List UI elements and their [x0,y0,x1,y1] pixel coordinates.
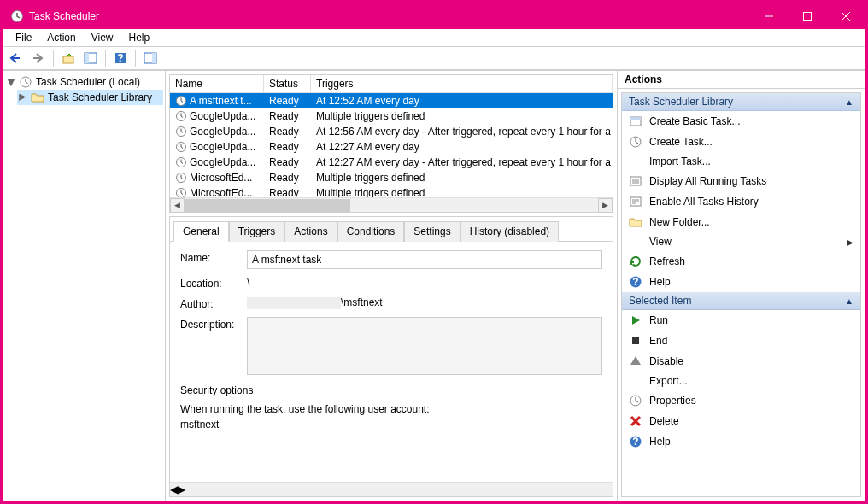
tab-conditions[interactable]: Conditions [337,221,405,242]
collapse-icon[interactable]: ▲ [845,97,853,107]
action-export[interactable]: Export... [622,372,860,390]
tab-history[interactable]: History (disabled) [460,221,559,242]
detail-horizontal-scrollbar[interactable]: ◀ ▶ [170,482,613,496]
actions-title: Actions [618,71,865,89]
action-import-task[interactable]: Import Task... [622,152,860,171]
security-text: When running the task, use the following… [180,403,602,415]
svg-text:?: ? [632,276,638,288]
actions-section-selected[interactable]: Selected Item ▲ [622,292,860,310]
tab-settings[interactable]: Settings [404,221,460,242]
task-row[interactable]: GoogleUpda...ReadyAt 12:56 AM every day … [170,124,613,139]
task-triggers: At 12:56 AM every day - After triggered,… [311,126,613,138]
task-row[interactable]: GoogleUpda...ReadyAt 12:27 AM every day … [170,155,613,170]
action-run[interactable]: Run [622,310,860,331]
scroll-left-icon[interactable]: ◀ [170,198,185,213]
clock-icon [175,156,187,168]
close-button[interactable] [826,3,865,29]
tree-library[interactable]: ⯈ Task Scheduler Library [17,90,163,105]
horizontal-scrollbar[interactable]: ◀ ▶ [170,197,613,212]
task-triggers: At 12:27 AM every day - After triggered,… [311,156,613,168]
titlebar: Task Scheduler [3,3,865,29]
action-display-all-running-tasks[interactable]: Display All Running Tasks [622,171,860,191]
expand-icon[interactable]: ⯆ [7,78,15,87]
tab-body-general: Name: Location: \ Author: \msftnext Desc… [170,242,613,482]
scroll-right-icon[interactable]: ▶ [598,198,613,213]
name-label: Name: [180,250,247,264]
collapse-icon[interactable]: ▲ [845,296,853,306]
action-enable-all-tasks-history[interactable]: Enable All Tasks History [622,191,860,212]
tree-library-label: Task Scheduler Library [48,91,152,103]
action-label: Help [649,276,671,288]
body-area: ⯆ Task Scheduler (Local) ⯈ Task Schedule… [3,70,865,501]
task-list-header: Name Status Triggers [170,75,613,93]
action-label: Display All Running Tasks [649,175,766,187]
action-end[interactable]: End [622,331,860,351]
tab-general[interactable]: General [173,221,229,242]
clock-icon [175,187,187,197]
action-help[interactable]: ?Help [622,431,860,452]
action-view[interactable]: View▶ [622,232,860,251]
minimize-button[interactable] [749,3,788,29]
action-refresh[interactable]: Refresh [622,251,860,272]
action-disable[interactable]: Disable [622,351,860,372]
task-row[interactable]: MicrosoftEd...ReadyMultiple triggers def… [170,185,613,197]
task-row[interactable]: GoogleUpda...ReadyMultiple triggers defi… [170,108,613,124]
menu-help[interactable]: Help [122,30,157,45]
action-label: Properties [649,395,696,407]
task-name: A msftnext t... [190,95,252,107]
action-label: Help [649,436,671,448]
action-icon [629,114,642,128]
task-triggers: Multiple triggers defined [311,172,613,184]
menu-view[interactable]: View [85,30,120,45]
tab-actions[interactable]: Actions [284,221,337,242]
action-help[interactable]: ?Help [622,272,860,292]
task-status: Ready [264,95,311,107]
svg-rect-4 [85,53,89,63]
action-properties[interactable]: Properties [622,390,860,411]
menu-file[interactable]: File [9,30,38,45]
task-row[interactable]: GoogleUpda...ReadyAt 12:27 AM every day [170,139,613,155]
svg-text:?: ? [632,436,638,448]
col-triggers[interactable]: Triggers [311,75,613,92]
task-name: MicrosoftEd... [190,187,252,197]
action-label: New Folder... [649,216,710,228]
tree-root[interactable]: ⯆ Task Scheduler (Local) [5,74,163,90]
show-hide-tree-button[interactable] [81,49,100,67]
up-button[interactable] [59,49,78,67]
menu-action[interactable]: Action [40,30,82,45]
action-create-basic-task[interactable]: Create Basic Task... [622,111,860,132]
help-button[interactable]: ? [111,49,130,67]
task-status: Ready [264,141,311,153]
col-status[interactable]: Status [264,75,311,92]
forward-button[interactable] [29,49,48,67]
action-label: Create Task... [649,136,713,148]
task-rows[interactable]: A msftnext t...ReadyAt 12:52 AM every da… [170,93,613,197]
app-window: Task Scheduler File Action View Help ? ⯆… [3,3,865,501]
show-hide-action-button[interactable] [141,49,160,67]
detail-tabs: General Triggers Actions Conditions Sett… [170,217,613,242]
back-button[interactable] [7,49,26,67]
action-icon [629,334,642,348]
description-input[interactable] [247,317,602,375]
scroll-left-icon[interactable]: ◀ [170,483,178,495]
action-delete[interactable]: Delete [622,411,860,431]
scroll-right-icon[interactable]: ▶ [178,483,185,495]
actions-section-library[interactable]: Task Scheduler Library ▲ [622,93,860,111]
tab-triggers[interactable]: Triggers [229,221,285,242]
task-triggers: Multiple triggers defined [311,110,613,122]
action-icon [629,215,642,229]
action-create-task[interactable]: Create Task... [622,132,860,152]
action-new-folder[interactable]: New Folder... [622,212,860,232]
center-panel: Name Status Triggers A msftnext t...Read… [166,71,617,501]
task-row[interactable]: A msftnext t...ReadyAt 12:52 AM every da… [170,93,613,108]
maximize-button[interactable] [788,3,826,29]
task-row[interactable]: MicrosoftEd...ReadyMultiple triggers def… [170,170,613,185]
name-input[interactable] [247,250,602,269]
task-status: Ready [264,110,311,122]
col-name[interactable]: Name [170,75,264,92]
scroll-thumb[interactable] [185,199,350,212]
task-triggers: At 12:52 AM every day [311,95,613,107]
expand-icon[interactable]: ⯈ [19,93,27,103]
scroll-track[interactable] [185,198,598,213]
actions-section-selected-label: Selected Item [629,295,691,307]
